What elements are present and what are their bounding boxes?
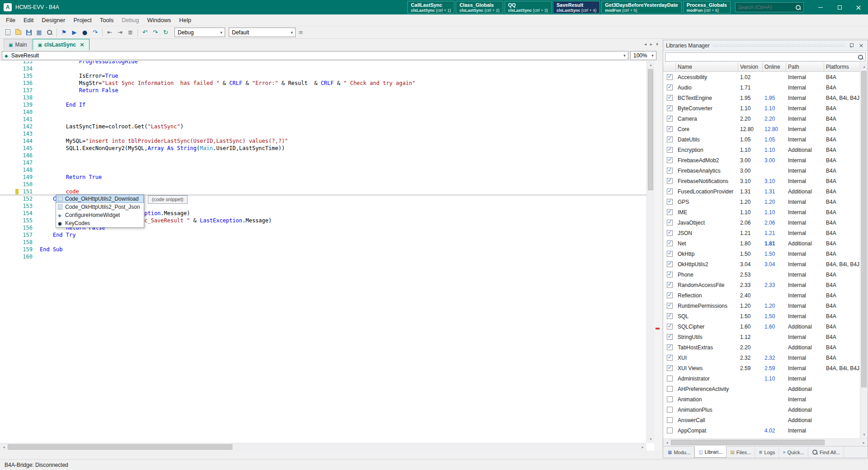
minimize-button[interactable]	[811, 0, 830, 14]
panel-scroll-right-icon[interactable]: ▸	[860, 439, 868, 446]
panel-tab-logs[interactable]: ≣Logs	[755, 446, 779, 458]
library-checkbox[interactable]	[667, 407, 673, 413]
maximize-button[interactable]	[830, 0, 849, 14]
editor-hscrollbar[interactable]: ◂ ▸	[0, 443, 646, 451]
designer-grid-icon[interactable]: ▦	[34, 27, 44, 38]
library-online-version[interactable]: 3.10	[763, 178, 786, 184]
library-online-version[interactable]: 1.10	[763, 376, 786, 382]
library-row[interactable]: FirebaseAnalytics3.00InternalB4A	[663, 165, 860, 176]
library-row[interactable]: OkHttp1.501.50InternalB4A	[663, 249, 860, 259]
code-text[interactable]: ProgressDialogHide	[33, 61, 646, 65]
code-text[interactable]: End Try	[33, 231, 646, 239]
library-row[interactable]: AnimationInternal	[663, 394, 860, 404]
library-checkbox[interactable]	[667, 324, 673, 329]
editor-vscrollbar[interactable]: ▴ ▾	[646, 61, 654, 443]
code-text[interactable]: SQL1.ExecNonQuery2(MySQL,Array As String…	[33, 145, 646, 152]
menu-project[interactable]: Project	[69, 14, 95, 26]
library-row[interactable]: DateUtils1.051.05InternalB4A	[663, 134, 860, 145]
library-checkbox[interactable]	[667, 126, 673, 132]
library-online-version[interactable]: 2.59	[763, 365, 786, 371]
code-text[interactable]: End If	[33, 101, 646, 108]
error-mark[interactable]	[656, 328, 660, 329]
library-row[interactable]: Audio1.71InternalB4A	[663, 82, 860, 93]
library-checkbox[interactable]	[667, 168, 673, 174]
build-configuration-combo[interactable]: Debug▾	[175, 28, 225, 37]
run-icon[interactable]: ▶	[69, 27, 80, 38]
library-row[interactable]: AnswerCallAdditional	[663, 415, 860, 425]
library-online-version[interactable]: 1.20	[763, 199, 786, 205]
tab-main[interactable]: ▣Main	[4, 39, 32, 50]
library-online-version[interactable]: 1.21	[763, 230, 786, 236]
titlebar-bookmark[interactable]: Process_GlobalsmodFun (ctrl + 6)	[683, 1, 731, 14]
menu-help[interactable]: Help	[175, 14, 195, 26]
code-text[interactable]	[33, 116, 646, 123]
library-row[interactable]: RandomAccessFile2.332.33InternalB4A	[663, 280, 860, 290]
library-online-version[interactable]: 1.81	[763, 240, 786, 247]
filter-input[interactable]	[667, 54, 858, 60]
code-text[interactable]: LastSyncTime=colroot.Get("LastSync")	[33, 123, 646, 130]
library-online-version[interactable]: 1.10	[763, 209, 786, 216]
library-row[interactable]: TabHostExtras2.20AdditionalB4A	[663, 342, 860, 352]
library-checkbox[interactable]	[667, 417, 673, 423]
library-row[interactable]: Accessibility1.02InternalB4A	[663, 72, 860, 82]
library-online-version[interactable]: 2.06	[763, 220, 786, 226]
comment-icon[interactable]: ≣	[125, 27, 136, 38]
library-checkbox[interactable]	[667, 344, 673, 350]
library-row[interactable]: RuntimePermissions1.201.20InternalB4A	[663, 301, 860, 311]
library-checkbox[interactable]	[667, 199, 673, 205]
library-checkbox[interactable]	[667, 251, 673, 257]
code-text[interactable]	[33, 166, 646, 174]
find-icon[interactable]	[44, 27, 55, 38]
code-text[interactable]	[33, 94, 646, 101]
library-row[interactable]: ByteConverter1.101.10InternalB4A	[663, 103, 860, 113]
filter-box[interactable]	[665, 52, 866, 61]
library-checkbox[interactable]	[667, 334, 673, 340]
library-row[interactable]: Net1.801.81AdditionalB4A	[663, 238, 860, 249]
library-checkbox[interactable]	[667, 355, 673, 361]
library-checkbox[interactable]	[667, 303, 673, 309]
library-row[interactable]: SQL1.501.50InternalB4A	[663, 311, 860, 321]
refresh-icon[interactable]: ↻	[160, 27, 171, 38]
library-row[interactable]: Administrator1.10Internal	[663, 373, 860, 384]
close-tab-icon[interactable]: ×	[80, 42, 85, 47]
library-online-version[interactable]: 1.10	[763, 147, 786, 153]
library-checkbox[interactable]	[667, 95, 673, 101]
panel-tab-quick[interactable]: »Quick...	[779, 446, 808, 458]
pin-button[interactable]	[848, 42, 855, 49]
library-row[interactable]: StringUtils1.12InternalB4A	[663, 332, 860, 342]
code-text[interactable]	[33, 65, 646, 72]
library-checkbox[interactable]	[667, 188, 673, 194]
library-row[interactable]: Reflection2.40InternalB4A	[663, 290, 860, 301]
search-icon[interactable]	[795, 5, 801, 10]
library-checkbox[interactable]	[667, 261, 673, 267]
panel-hscroll-thumb[interactable]	[671, 440, 825, 445]
code-text[interactable]: End Sub	[33, 246, 646, 253]
menu-edit[interactable]: Edit	[19, 14, 38, 26]
scroll-left-icon[interactable]: ◂	[0, 443, 8, 451]
library-row[interactable]: FirebaseAdMob23.003.00InternalB4A	[663, 155, 860, 165]
filter-search-icon[interactable]	[858, 54, 863, 60]
library-checkbox[interactable]	[667, 282, 673, 288]
titlebar-bookmark[interactable]: QQclsLastSync (ctrl + 3)	[505, 1, 552, 14]
library-row[interactable]: JSON1.211.21InternalB4A	[663, 228, 860, 238]
column-header-checkbox[interactable]	[663, 63, 676, 71]
library-row[interactable]: FusedLocationProvider1.311.31AdditionalB…	[663, 186, 860, 197]
library-row[interactable]: Encryption1.101.10AdditionalB4A	[663, 145, 860, 155]
library-checkbox[interactable]	[667, 85, 673, 90]
library-checkbox[interactable]	[667, 396, 673, 402]
default-filter-combo[interactable]: Default▾	[229, 28, 296, 37]
code-lines[interactable]: 133 ProgressDialogHide134135 IsError=Tru…	[0, 61, 646, 260]
titlebar-bookmark[interactable]: CallLastSyncclsLastSync (ctrl + 1)	[407, 1, 454, 14]
library-checkbox[interactable]	[667, 209, 673, 215]
library-checkbox[interactable]	[667, 365, 673, 371]
library-checkbox[interactable]	[667, 292, 673, 298]
panel-vscroll-thumb[interactable]	[861, 71, 867, 387]
library-online-version[interactable]: 3.00	[763, 157, 786, 164]
code-editor[interactable]: 133 ProgressDialogHide134135 IsError=Tru…	[0, 61, 662, 451]
scroll-up-icon[interactable]: ▴	[647, 61, 655, 69]
new-file-icon[interactable]	[3, 27, 13, 38]
autocomplete-item[interactable]: Code_OkHttpUtils2_Post_Json	[56, 203, 144, 211]
library-row[interactable]: FirebaseNotifications3.103.10InternalB4A	[663, 176, 860, 186]
member-chevron-down-icon[interactable]: ▾	[621, 53, 628, 58]
library-online-version[interactable]: 12.80	[763, 126, 786, 132]
